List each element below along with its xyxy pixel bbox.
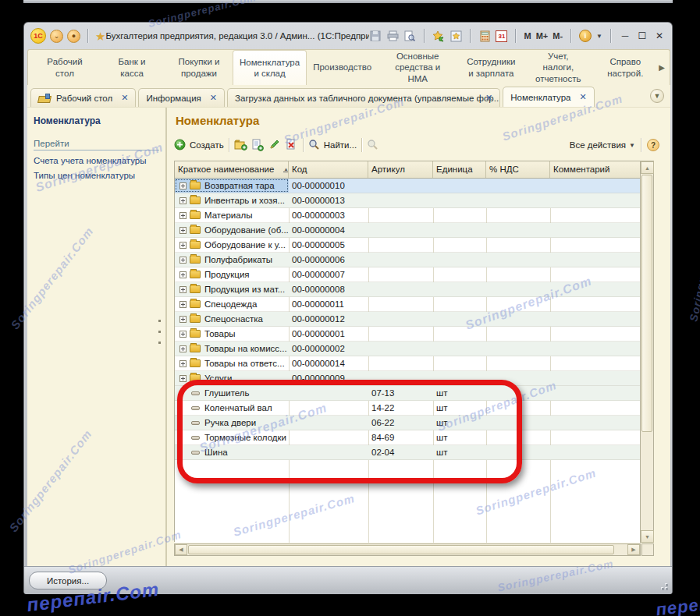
table-row[interactable]: Ручка двери06-22шт <box>175 416 641 430</box>
splitter-handle[interactable] <box>158 320 161 344</box>
scroll-left-button[interactable]: ◀ <box>175 544 187 555</box>
section-tab-8[interactable]: Справо настрой. <box>592 50 659 85</box>
table-row[interactable]: Инвентарь и хозя...00-00000013 <box>175 193 641 208</box>
table-row[interactable]: Продукция из мат...00-00000008 <box>175 282 641 297</box>
column-header-2[interactable]: Артикул <box>368 161 433 178</box>
tab-3[interactable]: Номенклатура✕ <box>503 87 594 107</box>
horizontal-scrollbar[interactable]: ◀ ▶ <box>174 543 641 556</box>
help-button[interactable]: ? <box>647 139 659 151</box>
table-row[interactable]: Шина02-04шт <box>175 445 641 460</box>
info-icon[interactable]: i <box>579 30 592 42</box>
content-area: Номенклатура Перейти Счета учета номенкл… <box>27 107 670 566</box>
section-tab-5[interactable]: Основные средства и НМА <box>378 50 457 85</box>
expand-plus-icon[interactable] <box>179 360 187 367</box>
favorites-star-icon[interactable]: ★ <box>95 30 105 42</box>
vertical-scrollbar[interactable]: ▲ ▼ <box>640 161 653 543</box>
print-icon[interactable] <box>386 30 399 42</box>
print-preview-icon[interactable] <box>403 30 416 42</box>
scroll-right-button[interactable]: ▶ <box>627 544 640 555</box>
expand-plus-icon[interactable] <box>179 286 187 293</box>
favorites-list-icon[interactable] <box>449 30 462 42</box>
tab-list-dropdown-button[interactable]: ▼ <box>650 89 664 103</box>
table-row[interactable]: Товары на комисс...00-00000002 <box>175 342 641 356</box>
nav-round-button[interactable]: ● <box>67 30 80 43</box>
table-row[interactable]: Услуги00-00000009 <box>175 371 641 386</box>
delete-mark-icon[interactable] <box>286 139 298 151</box>
table-row[interactable]: Возвратная тара00-00000010 <box>175 179 641 193</box>
table-row[interactable]: Оборудование к у...00-00000005 <box>175 238 641 253</box>
expand-plus-icon[interactable] <box>179 182 187 189</box>
close-button[interactable]: ✕ <box>653 30 666 41</box>
table-row[interactable]: Тормозные колодки84-69шт <box>175 430 641 445</box>
expand-plus-icon[interactable] <box>179 301 187 308</box>
expand-plus-icon[interactable] <box>179 227 187 234</box>
expand-plus-icon[interactable] <box>179 331 187 338</box>
sidebar-link-price-types[interactable]: Типы цен номенклатуры <box>34 171 159 180</box>
table-row[interactable]: Товары на ответс...00-00000014 <box>175 356 641 371</box>
tab-close-icon[interactable]: ✕ <box>210 93 217 103</box>
table-row[interactable]: Спецоснастка00-00000012 <box>175 312 641 327</box>
copy-item-icon[interactable] <box>251 139 264 151</box>
section-tab-1[interactable]: Банк и касса <box>98 50 165 85</box>
column-header-3[interactable]: Единица <box>433 161 486 178</box>
create-group-icon[interactable] <box>234 139 247 151</box>
column-header-4[interactable]: % НДС <box>486 161 550 178</box>
column-header-5[interactable]: Комментарий <box>550 161 641 178</box>
section-tab-6[interactable]: Сотрудники и зарплата <box>457 50 524 85</box>
create-button[interactable]: Создать <box>174 139 224 151</box>
memory-mplus-button[interactable]: M+ <box>536 31 549 41</box>
add-favorite-icon[interactable] <box>432 30 445 42</box>
calculator-icon[interactable] <box>478 30 491 42</box>
find-button[interactable]: Найти... <box>308 139 357 151</box>
tab-close-icon[interactable]: ✕ <box>579 92 586 102</box>
section-tab-0[interactable]: Рабочий стол <box>31 50 98 85</box>
sections-overflow-arrow[interactable]: ▶ <box>659 63 670 72</box>
table-row[interactable]: Глушитель07-13шт <box>175 386 641 401</box>
save-icon[interactable] <box>369 30 382 42</box>
section-tab-2[interactable]: Покупки и продажи <box>165 50 233 85</box>
expand-plus-icon[interactable] <box>179 197 187 204</box>
section-tab-3[interactable]: Номенклатура и склад <box>233 50 307 85</box>
sidebar-splitter[interactable] <box>165 108 167 566</box>
expand-plus-icon[interactable] <box>179 242 187 249</box>
horizontal-scroll-thumb[interactable] <box>188 545 614 554</box>
table-row[interactable]: Продукция00-00000007 <box>175 267 641 282</box>
vertical-scroll-thumb[interactable] <box>641 175 652 432</box>
expand-plus-icon[interactable] <box>179 375 187 382</box>
tab-1[interactable]: Информация✕ <box>138 88 225 107</box>
calendar-icon[interactable]: 31 <box>496 30 507 42</box>
memory-m-button[interactable]: M <box>524 31 531 41</box>
minimize-button[interactable]: ─ <box>619 30 631 41</box>
expand-plus-icon[interactable] <box>179 345 187 352</box>
tab-close-icon[interactable]: ✕ <box>485 93 492 103</box>
resize-grip[interactable] <box>659 581 668 590</box>
column-header-0[interactable]: Краткое наименование▲ <box>175 161 289 178</box>
maximize-button[interactable]: ☐ <box>636 30 648 41</box>
section-tab-4[interactable]: Производство <box>307 50 378 85</box>
table-row[interactable]: Товары00-00000001 <box>175 327 641 342</box>
table-row[interactable]: Полуфабрикаты00-00000006 <box>175 253 641 267</box>
expand-plus-icon[interactable] <box>179 257 187 264</box>
table-row[interactable]: Коленчатый вал14-22шт <box>175 401 641 416</box>
table-row[interactable]: Материалы00-00000003 <box>175 208 641 223</box>
history-button[interactable]: История... <box>29 572 107 589</box>
memory-mminus-button[interactable]: M- <box>553 31 563 41</box>
tab-close-icon[interactable]: ✕ <box>121 93 128 103</box>
menu-dropdown-button[interactable]: ⌄ <box>50 30 63 43</box>
clear-search-icon[interactable] <box>367 139 379 151</box>
scroll-down-button[interactable]: ▼ <box>641 530 654 543</box>
column-header-1[interactable]: Код <box>289 161 368 178</box>
sidebar-link-accounts[interactable]: Счета учета номенклатуры <box>34 156 159 165</box>
expand-plus-icon[interactable] <box>179 271 187 278</box>
tab-0[interactable]: Рабочий стол✕ <box>30 88 136 107</box>
tab-2[interactable]: Загрузка данных из табличного документа … <box>227 88 500 107</box>
section-tab-7[interactable]: Учет, налоги, отчетность <box>524 50 592 85</box>
expand-plus-icon[interactable] <box>179 316 187 323</box>
all-actions-button[interactable]: Все действия ▼ <box>570 140 635 150</box>
table-row[interactable]: Спецодежда00-00000011 <box>175 297 641 312</box>
expand-plus-icon[interactable] <box>179 212 187 219</box>
edit-pencil-icon[interactable] <box>268 139 281 151</box>
table-row[interactable]: Оборудование (об...00-00000004 <box>175 223 641 238</box>
scroll-up-button[interactable]: ▲ <box>641 161 654 174</box>
chevron-down-icon[interactable]: ▼ <box>596 33 602 40</box>
